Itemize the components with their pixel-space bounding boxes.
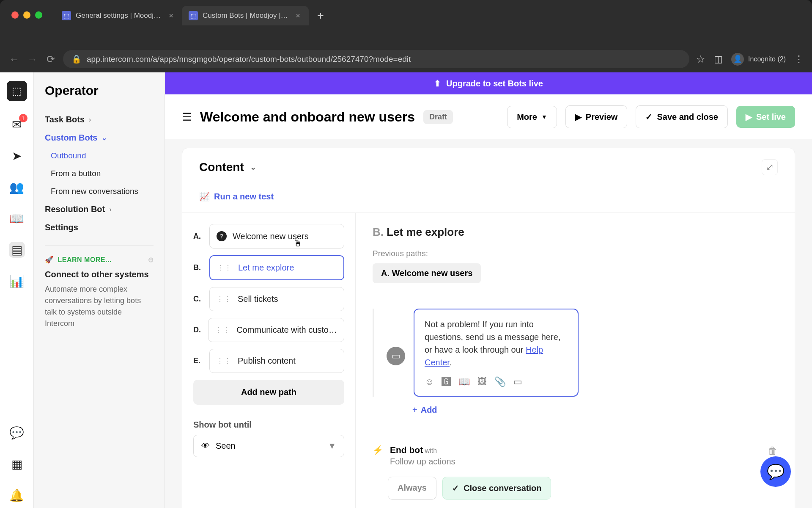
preview-button[interactable]: ▶ Preview	[565, 105, 628, 128]
trending-icon: 📈	[199, 191, 210, 202]
back-icon[interactable]: ←	[8, 53, 20, 65]
sidebar-item-custom-bots[interactable]: Custom Bots ⌄	[45, 129, 154, 147]
sidebar-item-outbound[interactable]: Outbound	[45, 147, 154, 165]
drag-handle-icon[interactable]: ⋮⋮	[217, 357, 232, 365]
tab-close-icon[interactable]: ×	[294, 11, 302, 20]
rocket-icon: 🚀	[45, 256, 54, 264]
sidebar-card-desc: Automate more complex conversations by l…	[45, 284, 154, 329]
sidebar-item-settings[interactable]: Settings	[45, 218, 154, 237]
save-and-close-button[interactable]: ✓ Save and close	[636, 105, 728, 128]
check-icon: ✓	[452, 483, 459, 493]
upgrade-banner[interactable]: ⬆ Upgrade to set Bots live	[165, 72, 812, 94]
end-bot-title: End bot	[390, 445, 423, 455]
expand-icon[interactable]: ⤢	[762, 159, 778, 175]
emoji-icon[interactable]: ☺	[425, 376, 434, 387]
sidebar-item-task-bots[interactable]: Task Bots ›	[45, 110, 154, 129]
close-conversation-button[interactable]: ✓ Close conversation	[442, 477, 551, 500]
menu-icon[interactable]: ⋮	[794, 54, 804, 65]
path-item[interactable]: ⋮⋮ Publish content	[209, 349, 344, 373]
extensions-icon[interactable]: ◫	[714, 54, 723, 65]
add-message-button[interactable]: + Add	[400, 405, 778, 415]
message-block: ▭ Not a problem! If you run into questio…	[373, 309, 778, 397]
show-until-section: Show bot until 👁 Seen ▼	[193, 420, 344, 457]
hamburger-icon[interactable]: ☰	[182, 110, 192, 124]
people-icon[interactable]: 👥	[9, 179, 25, 195]
book-icon[interactable]: 📖	[9, 210, 25, 226]
reload-icon[interactable]: ⟳	[45, 53, 56, 65]
paths-pane: A. ? Welcome new users B. ⋮⋮ Let me expl…	[182, 213, 356, 508]
window-minimize-button[interactable]	[23, 11, 30, 19]
reports-icon[interactable]: 📊	[9, 273, 25, 289]
path-row: D. ⋮⋮ Communicate with custo…	[193, 318, 344, 342]
forward-icon[interactable]: →	[27, 53, 38, 65]
path-item-selected[interactable]: ⋮⋮ Let me explore	[209, 255, 344, 280]
sidebar: Operator Task Bots › Custom Bots ⌄ Outbo…	[34, 72, 165, 508]
path-item[interactable]: ⋮⋮ Communicate with custo…	[208, 318, 344, 342]
window-close-button[interactable]	[11, 11, 19, 19]
previous-path-chip[interactable]: A. Welcome new users	[373, 263, 481, 283]
end-bot-section: ⚡ End bot with Follow up actions 🗑 Alway…	[373, 432, 778, 508]
incognito-label: Incognito (2)	[748, 55, 786, 63]
end-bot-desc: Follow up actions	[390, 457, 455, 467]
add-new-path-button[interactable]: Add new path	[193, 380, 344, 405]
browser-tab-active[interactable]: ⬚ Custom Bots | Moodjoy | Interc ×	[182, 6, 309, 25]
sidebar-item-from-new-conversations[interactable]: From new conversations	[45, 182, 154, 200]
incognito-badge[interactable]: 👤 Incognito (2)	[731, 53, 786, 66]
messages-icon[interactable]: 💬	[9, 425, 25, 441]
url-text: app.intercom.com/a/apps/nnsgmgob/operato…	[87, 55, 411, 64]
gif-icon[interactable]: 🅶	[442, 376, 451, 387]
intercom-logo[interactable]: ⬚	[7, 81, 27, 101]
send-icon[interactable]: ➤	[9, 148, 25, 164]
message-type-icon[interactable]: ▭	[387, 347, 405, 365]
learn-more-link[interactable]: 🚀 LEARN MORE... ⊖	[45, 245, 154, 270]
attachment-icon[interactable]: 📎	[494, 376, 506, 387]
plus-icon: +	[412, 405, 417, 415]
always-button[interactable]: Always	[388, 477, 436, 500]
drag-handle-icon[interactable]: ⋮⋮	[215, 326, 230, 334]
chevron-down-icon[interactable]: ⌄	[250, 163, 256, 172]
tab-title: General settings | Moodjoy | In	[76, 11, 162, 20]
sidebar-item-resolution-bot[interactable]: Resolution Bot ›	[45, 200, 154, 218]
play-circle-icon: ▶	[746, 112, 752, 122]
star-icon[interactable]: ☆	[696, 53, 705, 65]
previous-paths-label: Previous paths:	[373, 249, 778, 258]
address-bar: ← → ⟳ 🔒 app.intercom.com/a/apps/nnsgmgob…	[0, 46, 812, 72]
show-until-select[interactable]: 👁 Seen ▼	[193, 435, 344, 457]
run-new-test-link[interactable]: 📈 Run a new test	[199, 191, 778, 202]
inbox-icon[interactable]: ✉ 1	[9, 116, 25, 133]
path-item[interactable]: ⋮⋮ Sell tickets	[209, 287, 344, 311]
set-live-button[interactable]: ▶ Set live	[736, 106, 795, 128]
dismiss-icon[interactable]: ⊖	[148, 256, 154, 264]
article-icon[interactable]: 📖	[458, 376, 470, 387]
path-item[interactable]: ? Welcome new users	[209, 224, 344, 248]
window-controls	[0, 0, 42, 19]
app-icon[interactable]: ▭	[513, 376, 522, 387]
incognito-icon: 👤	[731, 53, 744, 66]
drag-handle-icon[interactable]: ⋮⋮	[217, 264, 232, 272]
more-button[interactable]: More ▼	[507, 106, 557, 128]
drag-handle-icon[interactable]: ⋮⋮	[217, 295, 232, 303]
image-icon[interactable]: 🖼	[477, 376, 487, 387]
content-section-title: Content	[199, 160, 244, 174]
detail-title: B. Let me explore	[373, 226, 778, 239]
eye-icon: 👁	[201, 441, 210, 451]
sidebar-card-title: Connect to other systems	[45, 270, 154, 279]
message-text[interactable]: Not a problem! If you run into questions…	[425, 318, 568, 369]
favicon-icon: ⬚	[62, 11, 71, 20]
window-maximize-button[interactable]	[35, 11, 42, 19]
delete-icon[interactable]: 🗑	[768, 445, 778, 457]
tab-close-icon[interactable]: ×	[167, 11, 175, 20]
browser-tab[interactable]: ⬚ General settings | Moodjoy | In ×	[55, 6, 182, 25]
page-header: ☰ Welcome and onboard new users Draft Mo…	[165, 94, 812, 139]
chevron-right-icon: ›	[89, 116, 91, 124]
sidebar-item-from-button[interactable]: From a button	[45, 165, 154, 182]
intercom-chat-fab[interactable]: 💬	[760, 456, 791, 487]
new-tab-button[interactable]: +	[309, 9, 332, 22]
url-field[interactable]: 🔒 app.intercom.com/a/apps/nnsgmgob/opera…	[63, 50, 689, 68]
operator-icon[interactable]: ▤	[9, 242, 25, 258]
apps-icon[interactable]: ▦	[9, 456, 25, 472]
notifications-icon[interactable]: 🔔	[9, 487, 25, 503]
message-editor[interactable]: Not a problem! If you run into questions…	[414, 309, 579, 397]
path-row: C. ⋮⋮ Sell tickets	[193, 287, 344, 311]
chevron-down-icon: ⌄	[102, 134, 107, 142]
